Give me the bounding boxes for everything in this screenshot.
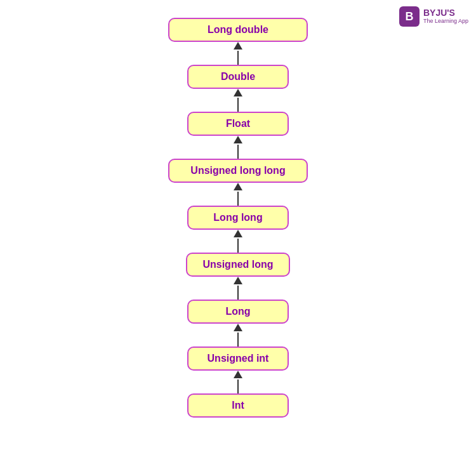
arrow-head-icon	[234, 371, 242, 378]
arrow-head-icon	[234, 136, 242, 143]
arrow-2	[234, 136, 242, 159]
type-node-double: Double	[187, 65, 289, 89]
logo-icon: B	[399, 6, 420, 27]
logo: B BYJU'S The Learning App	[399, 6, 468, 27]
arrow-6	[234, 324, 242, 346]
arrow-head-icon	[234, 324, 242, 331]
type-node-long-double: Long double	[168, 18, 308, 42]
type-node-unsigned-int: Unsigned int	[187, 346, 289, 371]
type-node-long-long: Long long	[187, 206, 289, 230]
arrow-4	[234, 230, 242, 253]
arrow-head-icon	[234, 89, 242, 96]
arrow-head-icon	[234, 183, 242, 190]
arrow-3	[234, 183, 242, 206]
arrow-1	[234, 89, 242, 112]
arrow-line	[237, 380, 239, 393]
arrow-7	[234, 371, 242, 393]
arrow-line	[237, 333, 239, 346]
arrow-line	[237, 239, 239, 253]
logo-text: BYJU'S The Learning App	[423, 8, 468, 24]
type-node-unsigned-long-long: Unsigned long long	[168, 159, 308, 183]
type-hierarchy-diagram: Long doubleDoubleFloatUnsigned long long…	[0, 0, 476, 418]
arrow-line	[237, 98, 239, 112]
logo-letter: B	[405, 10, 413, 23]
type-node-int: Int	[187, 393, 289, 418]
arrow-line	[237, 145, 239, 159]
logo-tagline: The Learning App	[423, 18, 468, 25]
arrow-line	[237, 51, 239, 65]
type-node-unsigned-long: Unsigned long	[186, 253, 289, 277]
arrow-line	[237, 192, 239, 206]
arrow-0	[234, 42, 242, 65]
arrow-head-icon	[234, 42, 242, 50]
arrow-head-icon	[234, 277, 242, 284]
logo-name: BYJU'S	[423, 8, 468, 18]
arrow-5	[234, 277, 242, 300]
type-node-long: Long	[187, 300, 289, 324]
arrow-head-icon	[234, 230, 242, 237]
arrow-line	[237, 286, 239, 300]
type-node-float: Float	[187, 112, 289, 136]
